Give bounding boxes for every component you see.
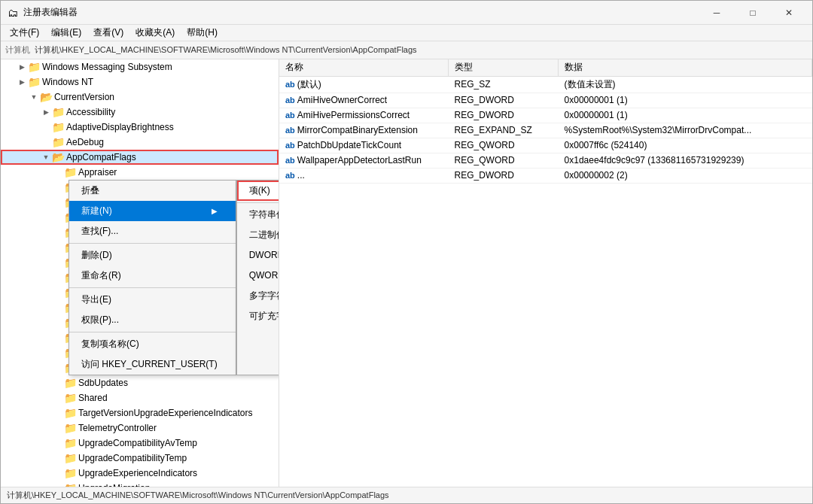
title-bar: 🗂 注册表编辑器 ─ □ ✕ — [1, 1, 812, 25]
col-name[interactable]: 名称 — [279, 59, 449, 76]
ctx-collapse[interactable]: 折叠 — [69, 181, 236, 201]
tree-item-label: TargetVersionUpgradeExperienceIndicators — [78, 408, 252, 418]
window-controls: ─ □ ✕ — [699, 2, 806, 24]
submenu-item-key[interactable]: 项(K) — [237, 181, 279, 201]
tree-item-adaptive-display[interactable]: 📁 AdaptiveDisplayBrightness — [1, 120, 279, 135]
toggle-icon — [52, 467, 64, 479]
reg-type-cell: REG_QWORD — [449, 153, 559, 168]
tree-item-upgradecompatav[interactable]: 📁 UpgradeCompatibilityAvTemp — [1, 436, 279, 451]
menu-file[interactable]: 文件(F) — [4, 25, 45, 41]
table-row[interactable]: abPatchDbUpdateTickCountREG_QWORD0x0007f… — [279, 138, 812, 153]
tree-item-upgrademigration[interactable]: 📁 UpgradeMigration — [1, 481, 279, 487]
menu-help[interactable]: 帮助(H) — [181, 25, 224, 41]
ctx-access-hkcu[interactable]: 访问 HKEY_CURRENT_USER(T) — [69, 354, 236, 375]
toggle-icon — [52, 302, 64, 314]
ctx-copy-name[interactable]: 复制项名称(C) — [69, 334, 236, 354]
tree-item-label: Windows Messaging Subsystem — [42, 62, 172, 72]
ctx-delete[interactable]: 删除(D) — [69, 245, 236, 266]
context-menu[interactable]: 折叠 新建(N) ▶ 查找(F)... 删除(D) 重命名(R) — [69, 180, 236, 375]
ctx-export[interactable]: 导出(E) — [69, 290, 236, 310]
window-title: 注册表编辑器 — [23, 6, 699, 19]
tree-item-label: Accessibility — [66, 107, 115, 117]
submenu-item-qword[interactable]: QWORD (64 位)值(Q) — [237, 266, 279, 286]
ctx-label: 查找(F)... — [81, 225, 118, 238]
ctx-label: 导出(E) — [81, 293, 111, 306]
menu-bar: 文件(F) 编辑(E) 查看(V) 收藏夹(A) 帮助(H) — [1, 25, 812, 41]
tree-panel[interactable]: ▶ 📁 Windows Messaging Subsystem ▶ 📁 Wind… — [1, 59, 279, 487]
ctx-permissions[interactable]: 权限(P)... — [69, 310, 236, 330]
ctx-label: 复制项名称(C) — [81, 338, 139, 351]
tree-item-telemetryctrl[interactable]: 📁 TelemetryController — [1, 421, 279, 436]
table-row[interactable]: abWallpaperAppDetectorLastRunREG_QWORD0x… — [279, 153, 812, 168]
tree-item-upgradecompat[interactable]: 📁 UpgradeCompatibilityTemp — [1, 451, 279, 466]
table-row[interactable]: abAmiHivePermissionsCorrectREG_DWORD0x00… — [279, 108, 812, 123]
reg-data-cell: 0x00000001 (1) — [559, 93, 812, 108]
tree-item-windows-messaging[interactable]: ▶ 📁 Windows Messaging Subsystem — [1, 59, 279, 74]
submenu-item-binary[interactable]: 二进制值(B) — [237, 225, 279, 245]
submenu-item-multistring[interactable]: 多字字符串值(M) — [237, 286, 279, 306]
toggle-icon — [40, 136, 52, 148]
toggle-icon — [52, 241, 64, 254]
toggle-icon: ▼ — [40, 151, 52, 163]
toggle-icon — [52, 392, 64, 404]
folder-icon: 📂 — [40, 91, 52, 103]
menu-favorites[interactable]: 收藏夹(A) — [129, 25, 181, 41]
tree-item-appcompatflags[interactable]: ▼ 📂 AppCompatFlags — [1, 150, 279, 165]
maximize-button[interactable]: □ — [735, 2, 770, 24]
ctx-rename[interactable]: 重命名(R) — [69, 266, 236, 286]
submenu[interactable]: 项(K) 字符串值(S) 二进制值(B) DWORD (32 位)值(D) QW… — [236, 180, 279, 375]
toggle-icon — [52, 166, 64, 178]
tree-item-windows-nt[interactable]: ▶ 📁 Windows NT — [1, 74, 279, 90]
submenu-separator — [237, 202, 279, 203]
reg-type-cell: REG_DWORD — [449, 108, 559, 123]
submenu-item-expandstring[interactable]: 可扩充字符串值(E) — [237, 306, 279, 326]
tree-item-aedebug[interactable]: 📁 AeDebug — [1, 135, 279, 150]
tree-item-targetversion[interactable]: 📁 TargetVersionUpgradeExperienceIndicato… — [1, 405, 279, 421]
folder-icon: 📁 — [64, 392, 76, 404]
tree-item-label: AeDebug — [66, 137, 104, 147]
tree-item-sdbupdates[interactable]: 📁 SdbUpdates — [1, 375, 279, 390]
tree-item-label: Appraiser — [78, 167, 117, 178]
tree-item-accessibility[interactable]: ▶ 📁 Accessibility — [1, 105, 279, 120]
minimize-button[interactable]: ─ — [699, 2, 734, 24]
tree-item-label: SdbUpdates — [78, 378, 128, 388]
tree-item-label: CurrentVersion — [54, 92, 114, 102]
reg-type-cell: REG_QWORD — [449, 138, 559, 153]
reg-data-cell: 0x00000001 (1) — [559, 108, 812, 123]
reg-name-cell: abPatchDbUpdateTickCount — [279, 138, 449, 153]
close-button[interactable]: ✕ — [772, 2, 806, 24]
folder-icon: 📁 — [52, 136, 64, 148]
toggle-icon — [52, 287, 64, 299]
submenu-item-dword[interactable]: DWORD (32 位)值(D) — [237, 245, 279, 266]
tree-item-upgradeexp[interactable]: 📁 UpgradeExperienceIndicators — [1, 466, 279, 481]
table-row[interactable]: abAmiHiveOwnerCorrectREG_DWORD0x00000001… — [279, 93, 812, 108]
reg-name-cell: abAmiHiveOwnerCorrect — [279, 93, 449, 108]
ctx-label: 折叠 — [81, 184, 99, 197]
registry-editor-window: 🗂 注册表编辑器 ─ □ ✕ 文件(F) 编辑(E) 查看(V) 收藏夹(A) … — [0, 0, 813, 504]
submenu-item-string[interactable]: 字符串值(S) — [237, 205, 279, 225]
table-row[interactable]: ab...REG_DWORD0x00000002 (2) — [279, 168, 812, 183]
tree-item-appraiser[interactable]: 📁 Appraiser — [1, 165, 279, 180]
tree-item-label: AppCompatFlags — [66, 152, 136, 162]
ctx-label: 权限(P)... — [81, 314, 119, 326]
right-panel: 名称 类型 数据 ab(默认)REG_SZ(数值未设置)abAmiHiveOwn… — [279, 59, 812, 487]
table-row[interactable]: ab(默认)REG_SZ(数值未设置) — [279, 76, 812, 93]
ctx-find[interactable]: 查找(F)... — [69, 221, 236, 241]
reg-type-cell: REG_DWORD — [449, 93, 559, 108]
menu-edit[interactable]: 编辑(E) — [45, 25, 87, 41]
context-menu-wrapper: 折叠 新建(N) ▶ 查找(F)... 删除(D) 重命名(R) — [69, 180, 279, 375]
col-type[interactable]: 类型 — [449, 59, 559, 76]
ctx-separator-2 — [69, 287, 236, 288]
ctx-new[interactable]: 新建(N) ▶ — [69, 201, 236, 221]
menu-view[interactable]: 查看(V) — [87, 25, 129, 41]
tree-item-shared[interactable]: 📁 Shared — [1, 390, 279, 405]
status-bar: 计算机\HKEY_LOCAL_MACHINE\SOFTWARE\Microsof… — [1, 487, 812, 503]
toggle-icon — [52, 211, 64, 223]
ctx-label: 访问 HKEY_CURRENT_USER(T) — [81, 358, 218, 371]
submenu-label: 项(K) — [249, 185, 270, 196]
tree-item-currentversion[interactable]: ▼ 📂 CurrentVersion — [1, 90, 279, 105]
col-data[interactable]: 数据 — [559, 59, 812, 76]
table-row[interactable]: abMirrorCompatBinaryExtensionREG_EXPAND_… — [279, 123, 812, 138]
toggle-icon: ▶ — [16, 61, 28, 73]
reg-name-cell: abAmiHivePermissionsCorrect — [279, 108, 449, 123]
